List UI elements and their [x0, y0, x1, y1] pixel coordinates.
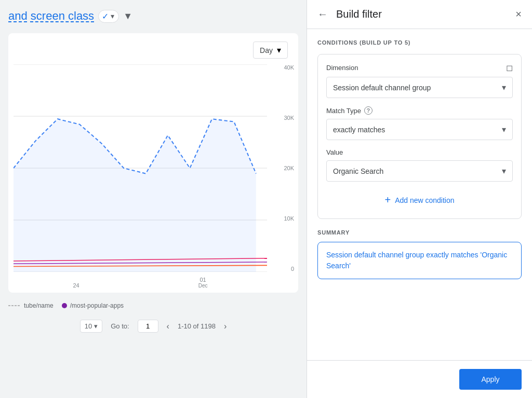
x-axis-labels: 24 01Dec	[14, 277, 267, 289]
dimension-value: Session default channel group	[333, 84, 431, 92]
value-select[interactable]: Organic Search ▾	[326, 160, 513, 182]
x-label-01: 01Dec	[198, 277, 208, 289]
legend-label-apps: /most-popular-apps	[70, 302, 124, 309]
legend-item-tube: tube/name	[8, 302, 54, 309]
panel-title: Build filter	[336, 8, 507, 20]
summary-label: SUMMARY	[317, 229, 522, 236]
y-label-10k: 10K	[284, 215, 294, 222]
next-page-button[interactable]: ›	[224, 322, 227, 331]
panel-body: CONDITIONS (BUILD UP TO 5) Dimension ◻ S…	[307, 29, 532, 360]
match-type-field-row: Match Type ? exactly matches ▾	[326, 106, 513, 140]
value-field-value: Organic Search	[333, 167, 383, 175]
summary-text: Session default channel group exactly ma…	[326, 251, 507, 270]
conditions-card: Dimension ◻ Session default channel grou…	[317, 54, 522, 219]
goto-label: Go to:	[111, 322, 129, 330]
check-badge[interactable]: ✓ ▾	[98, 10, 119, 23]
right-panel: ← Build filter × CONDITIONS (BUILD UP TO…	[307, 0, 532, 398]
panel-footer: Apply	[307, 360, 532, 398]
goto-input[interactable]	[138, 320, 158, 333]
y-label-40k: 40K	[284, 64, 294, 71]
match-type-label: Match Type ?	[326, 106, 513, 115]
legend-line-icon	[8, 303, 21, 308]
screen-class-label: and screen class	[8, 9, 94, 23]
match-type-chevron-icon: ▾	[502, 125, 506, 134]
dimension-label: Dimension ◻	[326, 63, 513, 73]
panel-header: ← Build filter ×	[307, 0, 532, 29]
top-bar: and screen class ✓ ▾ ▼	[0, 0, 307, 28]
y-label-30k: 30K	[284, 115, 294, 121]
day-label: Day	[260, 46, 273, 54]
filter-icon[interactable]: ▼	[123, 11, 132, 22]
close-button[interactable]: ×	[515, 8, 522, 20]
page-size-value: 10	[85, 322, 92, 330]
apply-button[interactable]: Apply	[459, 369, 522, 390]
x-label-24: 24	[73, 282, 79, 289]
match-type-select[interactable]: exactly matches ▾	[326, 119, 513, 140]
add-plus-icon: +	[384, 194, 391, 206]
dimension-field-row: Dimension ◻ Session default channel grou…	[326, 63, 513, 98]
page-size-selector[interactable]: 10 ▾	[80, 320, 102, 333]
legend: tube/name /most-popular-apps	[0, 298, 307, 313]
match-type-value: exactly matches	[333, 126, 385, 134]
help-icon[interactable]: ?	[364, 106, 373, 115]
value-chevron-icon: ▾	[502, 166, 506, 176]
conditions-label: CONDITIONS (BUILD UP TO 5)	[317, 39, 522, 46]
page-size-chevron-icon: ▾	[94, 322, 98, 330]
day-chevron-icon: ▾	[277, 45, 281, 55]
y-axis-labels: 40K 30K 20K 10K 0	[284, 64, 294, 272]
value-field-row: Value Organic Search ▾	[326, 148, 513, 182]
chart-container: Day ▾ 40K 30K 20K 10K 0	[8, 33, 298, 293]
legend-item-apps: /most-popular-apps	[62, 302, 124, 309]
back-button[interactable]: ←	[317, 8, 328, 20]
legend-label-tube: tube/name	[24, 302, 54, 309]
add-condition-label: Add new condition	[395, 196, 454, 204]
summary-section: SUMMARY Session default channel group ex…	[317, 229, 522, 279]
add-condition-button[interactable]: + Add new condition	[326, 190, 513, 210]
copy-icon[interactable]: ◻	[506, 63, 513, 73]
pagination-bar: 10 ▾ Go to: ‹ 1-10 of 1198 ›	[0, 313, 307, 339]
prev-page-button[interactable]: ‹	[167, 322, 169, 331]
dimension-select[interactable]: Session default channel group ▾	[326, 77, 513, 98]
y-label-0: 0	[291, 266, 294, 272]
value-label: Value	[326, 148, 513, 156]
chart-svg	[14, 64, 267, 272]
chevron-down-icon: ▾	[111, 12, 114, 20]
svg-marker-5	[14, 119, 256, 272]
chart-area	[14, 64, 267, 272]
day-selector[interactable]: Day ▾	[253, 42, 288, 59]
check-icon: ✓	[102, 11, 109, 21]
summary-card: Session default channel group exactly ma…	[317, 242, 522, 279]
legend-dot-apps	[62, 303, 67, 308]
page-range: 1-10 of 1198	[178, 322, 216, 330]
y-label-20k: 20K	[284, 165, 294, 171]
left-panel: and screen class ✓ ▾ ▼ Day ▾ 40K 30K 20K…	[0, 0, 307, 398]
dimension-chevron-icon: ▾	[502, 83, 506, 92]
